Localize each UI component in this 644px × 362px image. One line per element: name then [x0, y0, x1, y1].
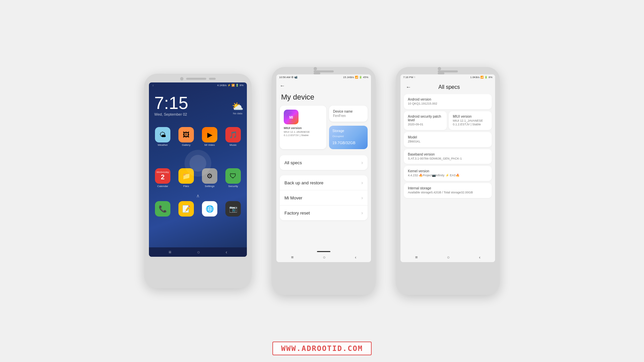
device-home-icon[interactable]: ○	[323, 255, 326, 260]
chevron-right-icon-3: ›	[361, 195, 363, 200]
app-gallery[interactable]: 🖼 Gallery	[176, 127, 196, 146]
specs-status-bar: 7:16 PM ↑ 1.0KB/s 📶 🔋 8%	[400, 74, 495, 80]
device-info-cards: MI MIUI version MIUI 12.1 JAVANESE 0.1.2…	[276, 106, 371, 153]
miui-logo: MI	[284, 110, 299, 124]
watermark: WWW.ADROOTID.COM	[272, 342, 372, 355]
device-status-left: 10:56 AM ⚙ 📹	[279, 76, 298, 79]
home-icon[interactable]: ○	[197, 249, 200, 255]
menu-backup[interactable]: Back up and restore ›	[280, 175, 368, 190]
weather-icon: ⛅	[232, 101, 244, 112]
phone1-screen: ↓ 4.1KB/s ⚡ 📶 🔋 8% 7:15 Wed, September 0…	[149, 82, 247, 257]
home-nav-bar: ≡ ○ ‹	[149, 247, 247, 257]
specs-back-button[interactable]: ←	[404, 83, 413, 92]
gallery-label: Gallery	[182, 143, 190, 146]
device-nav-bar: ≡ ○ ‹	[276, 252, 371, 262]
spec-baseband-label: Baseband version	[408, 153, 488, 156]
spec-android-version: Android version 10 QKQ1.191215.002	[404, 94, 492, 109]
security-app-icon: 🛡	[225, 168, 241, 184]
miui-logo-svg: MI	[286, 112, 296, 122]
specs-menu-icon[interactable]: ≡	[415, 255, 418, 260]
back-button[interactable]: ←	[276, 80, 371, 92]
storage-total: /32GB	[345, 141, 355, 145]
menu-all-specs[interactable]: All specs ›	[280, 155, 368, 170]
status-right: 4.1KB/s ⚡ 📶 🔋 8%	[217, 84, 244, 87]
status-left: ↓	[152, 84, 154, 87]
storage-card: Storage Occupied 19.7GB/32GB	[329, 126, 368, 149]
calendar-label: Calendar	[157, 185, 168, 188]
spec-storage-value: Available storage5.42GB / Total storage3…	[408, 191, 488, 195]
security-label: Security	[228, 185, 238, 188]
chevron-right-icon: ›	[361, 160, 363, 165]
miui-version-label: MIUI version	[284, 126, 322, 130]
chevron-right-icon-4: ›	[361, 210, 363, 216]
miui-version-value: MIUI 12.1 JAVANESE 0.1.2.ESTJV | Stable	[284, 130, 322, 137]
specs-back-nav-icon[interactable]: ‹	[479, 255, 480, 260]
device-back-icon[interactable]: ‹	[355, 255, 356, 260]
phone2-top-bar	[314, 67, 334, 74]
app-notes[interactable]: 📝	[176, 201, 196, 217]
spec-storage: Internal storage Available storage5.42GB…	[404, 183, 492, 198]
weather-label: Weather	[158, 143, 168, 146]
spec-baseband-value: S.AT.3.1-00784-SDM636_GEN_PACK-1	[408, 157, 488, 161]
spec-android-version-label: Android version	[408, 98, 488, 101]
specs-status-left: 7:16 PM ↑	[403, 76, 415, 79]
spec-miui-version: MIUI version MIUI 12.1_JAVANESE 0.1.2.ES…	[449, 111, 492, 130]
back-icon[interactable]: ‹	[226, 249, 227, 255]
spec-model-label: Model	[408, 135, 488, 139]
storage-occupied-label: Occupied	[332, 135, 364, 138]
notes-app-icon: 📝	[178, 201, 194, 217]
device-menu-icon[interactable]: ≡	[291, 255, 294, 260]
spec-security-value: 2020-09-01	[408, 123, 443, 127]
svg-text:MI: MI	[289, 116, 293, 119]
spec-model-value: ZB601KL	[408, 140, 488, 144]
music-label: Music	[230, 143, 237, 146]
specs-title: All specs	[413, 84, 485, 90]
specs-status-right: 1.0KB/s 📶 🔋 8%	[470, 76, 492, 79]
sensor	[209, 78, 216, 80]
specs-home-icon[interactable]: ○	[447, 255, 450, 260]
spec-storage-label: Internal storage	[408, 186, 488, 190]
chrome-app-icon: 🌐	[202, 201, 217, 217]
app-weather[interactable]: 🌤 Weather	[153, 127, 172, 146]
phone2-screen: 10:56 AM ⚙ 📹 15.1KB/s 📶 🔋 45% ← My devic…	[276, 74, 371, 262]
swipe-up-indicator: ∧	[149, 191, 247, 200]
app-phone[interactable]: 📞	[153, 201, 172, 217]
app-mivideo[interactable]: ▶ Mi Video	[200, 127, 219, 146]
settings-label: Settings	[205, 185, 215, 188]
menu-factory-reset[interactable]: Factory reset ›	[280, 205, 368, 220]
gallery-app-icon: 🖼	[178, 127, 194, 142]
camera-app-icon: 📷	[225, 201, 241, 217]
menu-mi-mover[interactable]: Mi Mover ›	[280, 190, 368, 205]
app-music[interactable]: 🎵 Music	[223, 127, 243, 146]
app-camera[interactable]: 📷	[223, 201, 243, 217]
spec-security-label: Android security patch level	[408, 115, 443, 122]
main-menu: All specs ›	[280, 155, 368, 170]
speaker	[186, 78, 206, 80]
music-app-icon: 🎵	[225, 127, 241, 142]
phone1-top-bar	[144, 74, 252, 82]
app-chrome[interactable]: 🌐	[200, 201, 219, 217]
device-name-label: Device name	[333, 110, 364, 113]
spec-miui-value: MIUI 12.1_JAVANESE 0.1.2.ESTJV | Stable	[453, 119, 488, 127]
time-display: 7:15	[154, 94, 241, 112]
app-calendar[interactable]: Wednesday 2 Calendar	[153, 168, 172, 188]
storage-size: 19.7GB/32GB	[332, 138, 364, 146]
mivideo-label: Mi Video	[205, 143, 215, 146]
miui-version-card: MI MIUI version MIUI 12.1 JAVANESE 0.1.2…	[280, 106, 326, 149]
device-name-value: FenFren	[333, 114, 364, 118]
phone-mydevice: 10:56 AM ⚙ 📹 15.1KB/s 📶 🔋 45% ← My devic…	[272, 67, 376, 295]
apps-row1: 🌤 Weather 🖼 Gallery ▶ Mi Video 🎵 Music	[149, 120, 247, 150]
app-security[interactable]: 🛡 Security	[223, 168, 243, 188]
menu-backup-label: Back up and restore	[284, 180, 323, 185]
spec-miui-label: MIUI version	[453, 115, 488, 118]
menu-factory-reset-label: Factory reset	[284, 210, 310, 216]
spec-kernel-label: Kernel version	[408, 169, 488, 173]
files-label: Files	[183, 185, 189, 188]
device-status-bar: 10:56 AM ⚙ 📹 15.1KB/s 📶 🔋 45%	[276, 74, 371, 80]
menu-icon[interactable]: ≡	[168, 249, 171, 255]
phone-allspecs: 7:16 PM ↑ 1.0KB/s 📶 🔋 8% ← All specs And…	[396, 67, 500, 295]
front-camera-2	[314, 67, 317, 70]
page-title: My device	[276, 92, 371, 106]
spec-security-patch: Android security patch level 2020-09-01	[404, 111, 447, 130]
storage-label: Storage	[332, 129, 364, 133]
